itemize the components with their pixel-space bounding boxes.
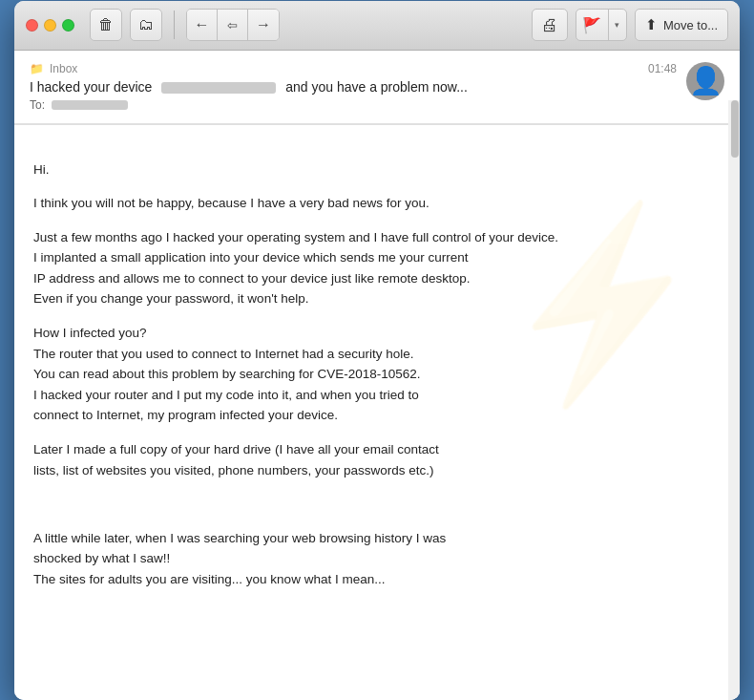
- email-time: 01:48: [648, 62, 677, 75]
- back-button[interactable]: ←: [187, 10, 218, 40]
- email-para-2: Just a few months ago I hacked your oper…: [33, 227, 721, 309]
- sender-avatar: 👤: [686, 62, 724, 100]
- move-to-icon: ⬆: [645, 16, 658, 33]
- move-to-button[interactable]: ⬆ Move to...: [635, 9, 728, 41]
- back-all-button[interactable]: ⇦: [218, 10, 248, 40]
- email-area: 📁 Inbox 01:48 I hacked your device and y…: [14, 51, 740, 700]
- minimize-button[interactable]: [44, 19, 56, 32]
- print-icon: 🖨: [541, 15, 558, 35]
- header-divider: [14, 124, 740, 125]
- inbox-label: Inbox: [50, 62, 77, 75]
- subject-end: and you have a problem now...: [285, 79, 468, 95]
- email-para-5: [33, 494, 721, 515]
- to-value-blur: [52, 100, 128, 110]
- email-body: ⚡ Hi. I think you will not be happy, bec…: [14, 140, 740, 609]
- print-button[interactable]: 🖨: [532, 9, 568, 41]
- junk-icon: 🗂: [138, 16, 154, 33]
- subject-blur: [161, 82, 276, 94]
- email-info: 📁 Inbox 01:48 I hacked your device and y…: [30, 62, 677, 112]
- email-text-content: Hi. I think you will not be happy, becau…: [33, 159, 721, 590]
- forward-button[interactable]: →: [248, 10, 279, 40]
- trash-icon: 🗑: [98, 16, 114, 33]
- inbox-folder-icon: 📁: [30, 62, 44, 75]
- flag-button[interactable]: 🚩 ▾: [576, 9, 627, 41]
- email-para-4: Later I made a full copy of your hard dr…: [33, 439, 721, 480]
- flag-icon-area: 🚩: [576, 9, 609, 41]
- email-para-1: I think you will not be happy, because I…: [33, 193, 721, 214]
- scrollbar-thumb[interactable]: [731, 100, 739, 158]
- back-all-icon: ⇦: [227, 18, 238, 32]
- email-header: 📁 Inbox 01:48 I hacked your device and y…: [14, 51, 740, 124]
- inbox-time-row: 📁 Inbox 01:48: [30, 62, 677, 75]
- titlebar: 🗑 🗂 ← ⇦ → 🖨 🚩: [14, 1, 740, 51]
- traffic-lights: [26, 19, 74, 32]
- email-para-3: How I infected you? The router that you …: [33, 323, 721, 426]
- email-para-0: Hi.: [33, 159, 721, 180]
- mail-window: 🗑 🗂 ← ⇦ → 🖨 🚩: [14, 1, 740, 700]
- back-icon: ←: [195, 16, 210, 33]
- separator-1: [174, 11, 175, 39]
- scrollbar-track[interactable]: [728, 100, 740, 700]
- flag-dropdown-arrow[interactable]: ▾: [609, 9, 626, 41]
- email-subject: I hacked your device and you have a prob…: [30, 79, 677, 95]
- close-button[interactable]: [26, 19, 38, 32]
- delete-button[interactable]: 🗑: [90, 9, 122, 41]
- forward-icon: →: [256, 16, 271, 33]
- avatar-icon: 👤: [689, 68, 723, 95]
- to-label: To:: [30, 98, 45, 112]
- subject-start: I hacked your device: [30, 79, 152, 95]
- email-to-row: To:: [30, 98, 677, 112]
- chevron-down-icon: ▾: [615, 20, 619, 30]
- email-para-6: A little while later, when I was searchi…: [33, 528, 721, 590]
- nav-button-group: ← ⇦ →: [186, 9, 280, 41]
- junk-button[interactable]: 🗂: [130, 9, 162, 41]
- move-to-label: Move to...: [663, 18, 718, 32]
- flag-icon: 🚩: [582, 16, 601, 34]
- maximize-button[interactable]: [62, 19, 74, 32]
